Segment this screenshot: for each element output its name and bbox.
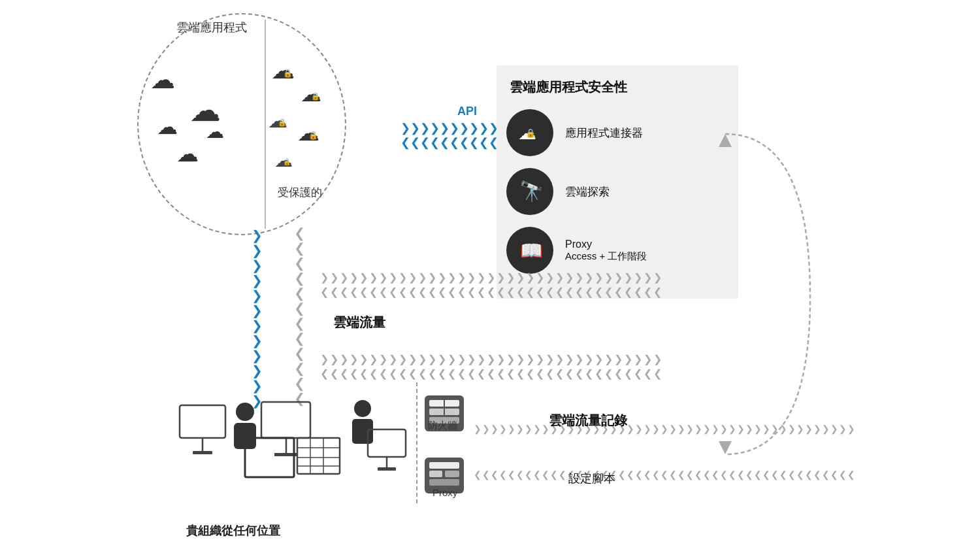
curved-arrow-svg bbox=[712, 114, 830, 474]
svg-point-18 bbox=[236, 403, 254, 421]
svg-text:🔒: 🔒 bbox=[525, 127, 536, 139]
cloud-icon-3: ☁ bbox=[157, 114, 178, 139]
svg-text:🔭: 🔭 bbox=[519, 180, 543, 203]
api-label: API bbox=[457, 105, 477, 118]
svg-text:🔒: 🔒 bbox=[311, 92, 320, 101]
v-arrows-down-left: ❯ ❯ ❯ ❯ ❯ ❯ ❯ ❯ ❯ ❯ ❯ ❯ bbox=[252, 229, 263, 407]
proxy-access-icon: 📖 bbox=[506, 227, 553, 274]
svg-rect-42 bbox=[429, 462, 459, 469]
diagram: 雲端應用程式 ☁ ☁ ☁ ☁ ☁ ☁ 🔒 ☁ 🔒 ☁ 🔒 ☁ 🔒 ☁ 🔒 受保護… bbox=[0, 0, 980, 551]
svg-marker-46 bbox=[719, 441, 732, 454]
svg-rect-31 bbox=[352, 419, 373, 444]
cloud-log-label: 雲端流量記錄 bbox=[549, 412, 627, 429]
cloud-apps-label: 雲端應用程式 bbox=[176, 20, 247, 35]
svg-text:📖: 📖 bbox=[520, 240, 543, 261]
proxy-label-top: Proxy bbox=[565, 239, 647, 250]
protected-clouds-svg: ☁ 🔒 ☁ 🔒 ☁ 🔒 ☁ 🔒 ☁ 🔒 受保護的 bbox=[265, 39, 379, 222]
v-arrows-up-right: ❯ ❯ ❯ ❯ ❯ ❯ ❯ ❯ ❯ ❯ ❯ ❯ bbox=[294, 229, 305, 407]
svg-rect-15 bbox=[180, 405, 225, 438]
svg-rect-32 bbox=[368, 429, 406, 457]
svg-rect-43 bbox=[429, 471, 442, 477]
svg-text:🔒: 🔒 bbox=[283, 68, 293, 78]
svg-point-30 bbox=[354, 400, 371, 417]
lower-arrows-left: ❮❮❮❮❮❮❮❮❮❮❮❮❮❮❮❮❮❮❮❮❮❮❮❮❮❮❮❮❮❮❮❮❮❮❮ bbox=[320, 367, 663, 380]
proxy-access-item: 📖 Proxy Access + 工作階段 bbox=[506, 227, 728, 274]
svg-rect-24 bbox=[297, 438, 340, 474]
svg-text:🔒: 🔒 bbox=[308, 130, 318, 140]
firewall-label: 防火牆 bbox=[428, 420, 457, 432]
proxy-arrows-right: ❯❯❯❯❯❯❯❯❯❯❯❯❯❯❯❯❯❯❯❯❯❯❯❯❯❯❯❯❯❯❯❯❯❯❯ bbox=[320, 271, 663, 284]
devices-svg bbox=[176, 382, 418, 513]
org-label: 貴組織從任何位置 bbox=[186, 523, 280, 539]
lower-arrows-right: ❯❯❯❯❯❯❯❯❯❯❯❯❯❯❯❯❯❯❯❯❯❯❯❯❯❯❯❯❯❯❯❯❯❯❯ bbox=[320, 353, 663, 365]
cloud-discovery-label: 雲端探索 bbox=[565, 184, 610, 199]
security-title: 雲端應用程式安全性 bbox=[510, 78, 728, 96]
security-panel: 雲端應用程式安全性 ☁ 🔒 應用程式連接器 🔭 雲端探索 bbox=[497, 65, 738, 299]
cloud-icon-1: ☁ bbox=[150, 65, 175, 94]
proxy-arrows-left: ❮❮❮❮❮❮❮❮❮❮❮❮❮❮❮❮❮❮❮❮❮❮❮❮❮❮❮❮❮❮❮❮❮❮❮ bbox=[320, 286, 663, 298]
svg-text:🔒: 🔒 bbox=[278, 118, 287, 127]
svg-text:🔒: 🔒 bbox=[283, 158, 291, 166]
svg-rect-20 bbox=[261, 402, 310, 438]
script-label: 設定腳本 bbox=[568, 471, 615, 486]
cloud-traffic-label: 雲端流量 bbox=[333, 314, 385, 331]
cloud-discovery-icon: 🔭 bbox=[506, 168, 553, 215]
svg-marker-47 bbox=[719, 134, 732, 147]
cloud-icon-5: ☁ bbox=[176, 141, 199, 167]
proxy-label-bottom: Access + 工作階段 bbox=[565, 250, 647, 263]
proxy-label-bottom: Proxy bbox=[433, 487, 457, 498]
proxy-label-block: Proxy Access + 工作階段 bbox=[565, 239, 647, 263]
app-connector-icon: ☁ 🔒 bbox=[506, 109, 553, 156]
svg-rect-34 bbox=[378, 467, 396, 471]
cloud-icon-4: ☁ bbox=[206, 121, 224, 142]
svg-text:受保護的: 受保護的 bbox=[278, 186, 322, 199]
svg-rect-17 bbox=[193, 451, 212, 454]
svg-rect-45 bbox=[429, 479, 459, 486]
cloud-discovery-item: 🔭 雲端探索 bbox=[506, 168, 728, 215]
app-connector-item: ☁ 🔒 應用程式連接器 bbox=[506, 109, 728, 156]
svg-rect-44 bbox=[445, 471, 459, 477]
app-connector-label: 應用程式連接器 bbox=[565, 125, 643, 141]
